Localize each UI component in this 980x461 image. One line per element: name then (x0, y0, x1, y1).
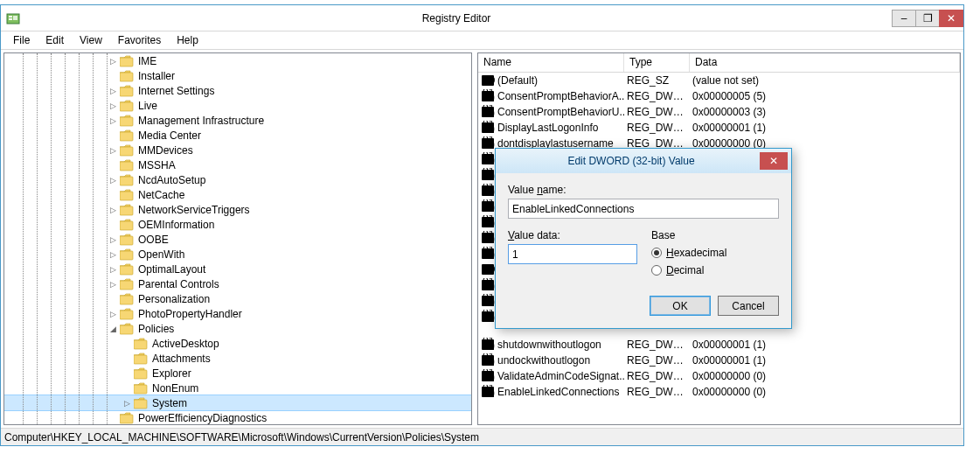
list-row[interactable]: ValidateAdminCodeSignat...REG_DWO...0x00… (478, 368, 960, 384)
dword-value-icon (481, 353, 495, 367)
tree-item[interactable]: ▷Parental Controls (4, 276, 471, 291)
menu-help[interactable]: Help (170, 32, 205, 48)
value-type-cell: REG_DWO... (624, 122, 690, 134)
value-type-cell: REG_DWO... (624, 354, 690, 367)
dword-value-icon (481, 105, 495, 119)
dword-value-icon (481, 338, 495, 352)
value-data-cell: 0x00000001 (1) (690, 354, 960, 367)
value-data-input[interactable] (508, 244, 637, 264)
tree-pane[interactable]: ▷IMEInstaller▷Internet Settings▷Live▷Man… (3, 52, 472, 425)
tree-item[interactable]: Media Center (4, 128, 471, 143)
tree-item[interactable]: Attachments (4, 351, 471, 366)
main-window: Registry Editor – ❐ ✕ File Edit View Fav… (0, 4, 964, 446)
dialog-close-button[interactable]: ✕ (760, 152, 788, 170)
statusbar: Computer\HKEY_LOCAL_MACHINE\SOFTWARE\Mic… (1, 428, 963, 445)
value-type-cell: REG_DWO... (624, 386, 690, 398)
folder-icon (120, 323, 134, 335)
col-header-data[interactable]: Data (690, 53, 960, 72)
expand-icon[interactable]: ▷ (122, 398, 132, 409)
folder-icon (120, 144, 134, 157)
tree-item[interactable]: ▷Internet Settings (4, 83, 471, 98)
list-row[interactable]: DisplayLastLogonInfoREG_DWO...0x00000001… (478, 120, 960, 136)
tree-item[interactable]: ▷PhotoPropertyHandler (4, 306, 471, 321)
tree-item[interactable]: Personalization (4, 291, 471, 306)
tree-item[interactable]: ▷Management Infrastructure (4, 113, 471, 128)
minimize-button[interactable]: – (892, 10, 916, 27)
tree-item[interactable]: ▷OpenWith (4, 247, 471, 262)
list-row[interactable]: undockwithoutlogonREG_DWO...0x00000001 (… (478, 353, 960, 368)
value-name-input[interactable] (508, 199, 779, 219)
radio-decimal[interactable]: Decimal (651, 264, 779, 276)
folder-icon (120, 129, 134, 142)
value-name-cell: (Default) (497, 74, 538, 87)
tree-item[interactable]: ▷System (4, 395, 471, 410)
expand-icon[interactable]: ▷ (108, 145, 118, 156)
tree-item[interactable]: ▷OOBE (4, 232, 471, 247)
dword-value-icon (481, 385, 495, 399)
tree-item[interactable]: MSSHA (4, 157, 471, 172)
radio-hexadecimal[interactable]: Hexadecimal (651, 247, 779, 259)
list-row[interactable]: ConsentPromptBehaviorU...REG_DWO...0x000… (478, 104, 960, 120)
tree-item[interactable]: ▷Live (4, 98, 471, 113)
close-button[interactable]: ✕ (939, 10, 963, 27)
dword-value-icon (481, 247, 495, 261)
tree-item-label: Policies (136, 323, 176, 335)
tree-item[interactable]: NonEnum (4, 381, 471, 395)
list-row[interactable]: ConsentPromptBehaviorA...REG_DWO...0x000… (478, 88, 960, 104)
dword-value-icon (481, 215, 495, 229)
maximize-button[interactable]: ❐ (915, 10, 940, 27)
list-row[interactable]: EnableLinkedConnectionsREG_DWO...0x00000… (478, 384, 960, 400)
expand-icon[interactable]: ▷ (108, 264, 118, 275)
string-value-icon (481, 262, 495, 276)
menu-file[interactable]: File (6, 32, 37, 48)
tree-item[interactable]: Explorer (4, 366, 471, 381)
menu-favorites[interactable]: Favorites (111, 32, 168, 48)
dword-value-icon (481, 152, 495, 166)
folder-icon (120, 100, 134, 112)
expand-icon[interactable]: ▷ (108, 234, 118, 245)
expand-icon[interactable]: ▷ (108, 205, 118, 215)
value-type-cell: REG_DWO... (624, 370, 690, 382)
tree-item-label: Attachments (150, 353, 212, 365)
expand-icon[interactable]: ▷ (108, 175, 118, 185)
col-header-type[interactable]: Type (624, 53, 690, 72)
titlebar[interactable]: Registry Editor – ❐ ✕ (1, 5, 963, 31)
dword-value-icon (481, 136, 495, 150)
tree-item[interactable]: ◢Policies (4, 321, 471, 336)
tree-item-label: ActiveDesktop (150, 338, 221, 350)
tree-item-label: Personalization (136, 293, 212, 305)
tree-item[interactable]: ▷MMDevices (4, 143, 471, 157)
dword-value-icon (481, 89, 495, 103)
tree-item[interactable]: Installer (4, 68, 471, 83)
tree-item-label: OOBE (136, 234, 170, 246)
tree-item[interactable]: PowerEfficiencyDiagnostics (4, 410, 471, 425)
value-data-cell: (value not set) (690, 74, 960, 87)
expand-icon[interactable]: ▷ (108, 279, 118, 290)
collapse-icon[interactable]: ◢ (108, 324, 118, 334)
tree-item[interactable]: OEMInformation (4, 217, 471, 232)
tree-item[interactable]: ▷NetworkServiceTriggers (4, 202, 471, 217)
tree-item[interactable]: NetCache (4, 187, 471, 202)
tree-item[interactable]: ActiveDesktop (4, 336, 471, 351)
tree-item[interactable]: ▷NcdAutoSetup (4, 172, 471, 187)
expand-icon[interactable]: ▷ (108, 101, 118, 111)
tree-item[interactable]: ▷OptimalLayout (4, 262, 471, 276)
col-header-name[interactable]: Name (478, 53, 624, 72)
list-row[interactable]: (Default)REG_SZ(value not set) (478, 73, 960, 88)
ok-button[interactable]: OK (650, 296, 711, 316)
tree-item[interactable]: ▷IME (4, 53, 471, 68)
expand-icon[interactable]: ▷ (108, 115, 118, 126)
menu-edit[interactable]: Edit (38, 32, 71, 48)
expand-icon[interactable]: ▷ (108, 86, 118, 96)
tree-item-label: IME (136, 55, 158, 67)
expand-icon[interactable]: ▷ (108, 309, 118, 319)
menu-view[interactable]: View (73, 32, 109, 48)
folder-icon (120, 189, 134, 201)
list-row[interactable]: shutdownwithoutlogonREG_DWO...0x00000001… (478, 337, 960, 353)
expand-icon[interactable]: ▷ (108, 249, 118, 260)
cancel-button[interactable]: Cancel (718, 296, 779, 316)
dword-value-icon (481, 278, 495, 292)
dialog-titlebar[interactable]: Edit DWORD (32-bit) Value ✕ (496, 149, 791, 173)
expand-icon[interactable]: ▷ (108, 56, 118, 66)
tree-item-label: Installer (136, 70, 177, 82)
